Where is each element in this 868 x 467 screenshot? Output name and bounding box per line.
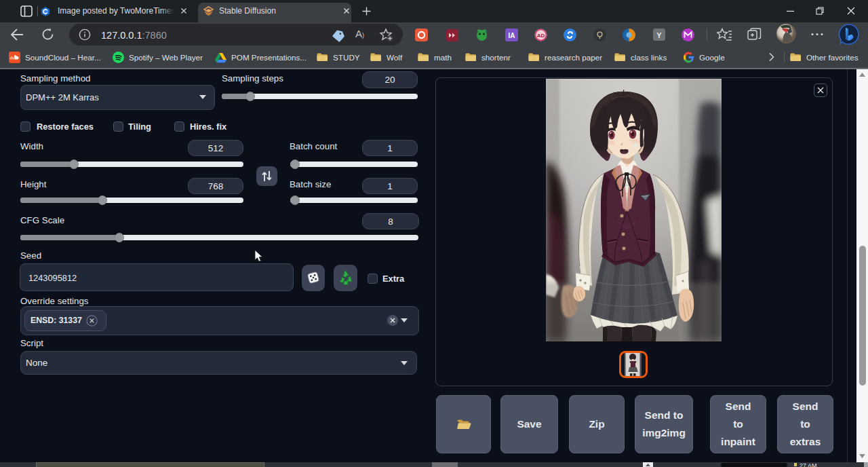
svg-text:IA: IA [509, 32, 515, 39]
svg-text:AD: AD [537, 33, 545, 39]
svg-text:Y: Y [656, 31, 662, 39]
